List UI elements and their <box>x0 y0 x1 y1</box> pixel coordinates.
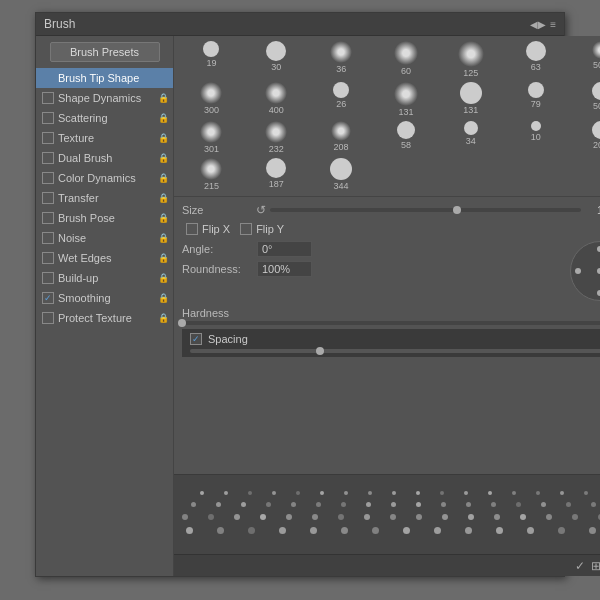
roundness-row: Roundness: <box>182 261 562 277</box>
brush-size-label-11: 131 <box>463 105 478 115</box>
brush-cell-1[interactable]: 30 <box>245 40 308 79</box>
flip-x-label[interactable]: Flip X <box>186 223 230 235</box>
sidebar-item-12[interactable]: Protect Texture🔒 <box>36 308 173 328</box>
sidebar-label-5: Color Dynamics <box>58 172 158 184</box>
sidebar-item-5[interactable]: Color Dynamics🔒 <box>36 168 173 188</box>
brush-cell-5[interactable]: 63 <box>504 40 567 79</box>
brush-cell-8[interactable]: 400 <box>245 81 308 118</box>
brush-size-label-21: 215 <box>204 181 219 191</box>
hardness-slider[interactable] <box>182 321 600 325</box>
brush-cell-2[interactable]: 36 <box>310 40 373 79</box>
sidebar-checkbox-7[interactable] <box>42 212 54 224</box>
preview-dot <box>494 514 500 520</box>
spacing-checkbox[interactable]: ✓ <box>190 333 202 345</box>
sidebar-item-3[interactable]: Texture🔒 <box>36 128 173 148</box>
angle-fields: Angle: Roundness: <box>182 241 562 281</box>
preview-dot <box>191 502 196 507</box>
brush-cell-19[interactable]: 10 <box>504 120 567 155</box>
brush-shape-13 <box>592 82 600 100</box>
compass-rose[interactable] <box>570 241 600 301</box>
sidebar-checkbox-10[interactable] <box>42 272 54 284</box>
sidebar-checkbox-2[interactable] <box>42 112 54 124</box>
brush-cell-12[interactable]: 79 <box>504 81 567 118</box>
brush-cell-4[interactable]: 125 <box>439 40 502 79</box>
size-slider[interactable] <box>270 208 581 212</box>
brush-cell-15[interactable]: 232 <box>245 120 308 155</box>
size-value: 100 px <box>585 204 600 216</box>
sidebar-item-7[interactable]: Brush Pose🔒 <box>36 208 173 228</box>
sidebar-checkbox-12[interactable] <box>42 312 54 324</box>
sidebar-checkbox-3[interactable] <box>42 132 54 144</box>
brush-cell-18[interactable]: 34 <box>439 120 502 155</box>
brush-cell-22[interactable]: 187 <box>245 157 308 192</box>
brush-cell-20[interactable]: 200 <box>569 120 600 155</box>
bottom-check-icon[interactable]: ✓ <box>575 559 585 573</box>
sidebar-checkbox-6[interactable] <box>42 192 54 204</box>
bottom-bar: ✓ ⊞ ◉ ≡ <box>174 554 600 576</box>
brush-shape-3 <box>394 41 418 65</box>
flip-x-checkbox[interactable] <box>186 223 198 235</box>
brush-cell-13[interactable]: 500 <box>569 81 600 118</box>
sidebar-lock-2: 🔒 <box>158 113 169 123</box>
sidebar-item-6[interactable]: Transfer🔒 <box>36 188 173 208</box>
sidebar-label-12: Protect Texture <box>58 312 158 324</box>
brush-cell-16[interactable]: 208 <box>310 120 373 155</box>
sidebar-checkbox-1[interactable] <box>42 92 54 104</box>
roundness-input[interactable] <box>257 261 312 277</box>
brush-cell-3[interactable]: 60 <box>375 40 438 79</box>
sidebar-item-1[interactable]: Shape Dynamics🔒 <box>36 88 173 108</box>
brush-presets-button[interactable]: Brush Presets <box>50 42 160 62</box>
sidebar-lock-5: 🔒 <box>158 173 169 183</box>
brush-cell-17[interactable]: 58 <box>375 120 438 155</box>
sidebar-item-9[interactable]: Wet Edges🔒 <box>36 248 173 268</box>
sidebar-checkbox-8[interactable] <box>42 232 54 244</box>
collapse-icon[interactable]: ◀▶ <box>530 19 546 30</box>
preview-dot <box>372 527 379 534</box>
brush-size-label-12: 79 <box>531 99 541 109</box>
sidebar-checkbox-9[interactable] <box>42 252 54 264</box>
brush-cell-6[interactable]: 500 <box>569 40 600 79</box>
preview-dot <box>216 502 221 507</box>
preview-dot <box>403 527 410 534</box>
brush-cell-10[interactable]: 131 <box>375 81 438 118</box>
spacing-section: ✓ Spacing 31% <box>182 329 600 357</box>
sidebar-checkbox-5[interactable] <box>42 172 54 184</box>
preview-dot <box>366 502 371 507</box>
brush-cell-9[interactable]: 26 <box>310 81 373 118</box>
preview-dot <box>488 491 492 495</box>
reset-size-icon[interactable]: ↺ <box>256 203 266 217</box>
preview-dot <box>364 514 370 520</box>
bottom-grid-icon[interactable]: ⊞ <box>591 559 600 573</box>
brush-cell-11[interactable]: 131 <box>439 81 502 118</box>
sidebar-item-2[interactable]: Scattering🔒 <box>36 108 173 128</box>
title-bar: Brush ◀▶ ≡ <box>36 13 564 36</box>
sidebar-item-8[interactable]: Noise🔒 <box>36 228 173 248</box>
sidebar-item-0[interactable]: Brush Tip Shape <box>36 68 173 88</box>
brush-preview <box>174 474 600 554</box>
spacing-slider-thumb <box>316 347 324 355</box>
brush-cell-14[interactable]: 301 <box>180 120 243 155</box>
preview-dot <box>312 514 318 520</box>
sidebar-item-4[interactable]: Dual Brush🔒 <box>36 148 173 168</box>
sidebar-checkbox-11[interactable]: ✓ <box>42 292 54 304</box>
sidebar-item-11[interactable]: ✓Smoothing🔒 <box>36 288 173 308</box>
preview-dot <box>248 527 255 534</box>
sidebar-item-10[interactable]: Build-up🔒 <box>36 268 173 288</box>
menu-icon[interactable]: ≡ <box>550 19 556 30</box>
spacing-label: Spacing <box>208 333 594 345</box>
preview-dot <box>200 491 204 495</box>
brush-cell-0[interactable]: 19 <box>180 40 243 79</box>
preview-dot <box>260 514 266 520</box>
sidebar-label-4: Dual Brush <box>58 152 158 164</box>
preview-dot <box>416 514 422 520</box>
sidebar-checkbox-4[interactable] <box>42 152 54 164</box>
flip-y-checkbox[interactable] <box>240 223 252 235</box>
brush-cell-7[interactable]: 300 <box>180 81 243 118</box>
spacing-slider[interactable] <box>190 349 600 353</box>
brush-shape-14 <box>200 121 222 143</box>
angle-input[interactable] <box>257 241 312 257</box>
brush-cell-23[interactable]: 344 <box>310 157 373 192</box>
flip-y-label[interactable]: Flip Y <box>240 223 284 235</box>
brush-cell-21[interactable]: 215 <box>180 157 243 192</box>
brush-size-label-4: 125 <box>463 68 478 78</box>
